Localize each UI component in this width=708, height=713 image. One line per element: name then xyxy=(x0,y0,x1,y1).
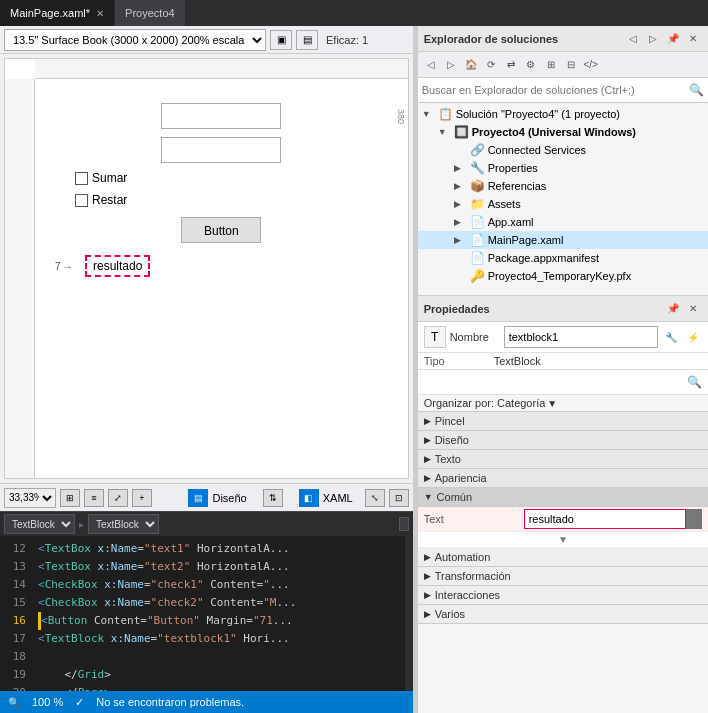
tree-proyecto4[interactable]: ▼ 🔲 Proyecto4 (Universal Windows) xyxy=(418,123,708,141)
arrow-right-icon: → xyxy=(63,261,73,272)
code-scrollbar[interactable] xyxy=(405,536,413,691)
solution-explorer-header: Explorador de soluciones ◁ ▷ 📌 ✕ xyxy=(418,26,708,52)
se-filter-btn[interactable]: ⚙ xyxy=(522,56,540,74)
prop-name-label: Nombre xyxy=(450,331,500,343)
arrow-swap-btn[interactable]: ⇅ xyxy=(263,489,283,507)
transformacion-arrow-icon: ▶ xyxy=(424,571,431,581)
code-selector-1[interactable]: TextBlock xyxy=(4,514,75,534)
properties-icon: 🔧 xyxy=(470,161,486,175)
code-expand-btn[interactable]: ⤡ xyxy=(365,489,385,507)
grid-view-btn[interactable]: ⊞ xyxy=(60,489,80,507)
fit-btn[interactable]: ⤢ xyxy=(108,489,128,507)
se-tool-btn-1[interactable]: ◁ xyxy=(624,30,642,48)
line-numbers: 12 13 14 15 16 17 18 19 20 21 xyxy=(0,536,30,691)
tree-assets[interactable]: ▶ 📁 Assets xyxy=(418,195,708,213)
prop-close-btn[interactable]: ✕ xyxy=(684,300,702,318)
checkbox-sumar[interactable] xyxy=(75,172,88,185)
line-num-15: 15 xyxy=(0,594,26,612)
se-tool-btn-2[interactable]: ▷ xyxy=(644,30,662,48)
line-num-20: 20 xyxy=(0,684,26,691)
design-btn[interactable]: ▤ xyxy=(188,489,208,507)
se-refresh-btn[interactable]: ⟳ xyxy=(482,56,500,74)
se-sync-btn[interactable]: ⇄ xyxy=(502,56,520,74)
tree-referencias[interactable]: ▶ 📦 Referencias xyxy=(418,177,708,195)
diseno-arrow-icon: ▶ xyxy=(424,435,431,445)
expand-ref-icon: ▶ xyxy=(454,181,470,191)
se-toolbar: ◁ ▷ 🏠 ⟳ ⇄ ⚙ ⊞ ⊟ </> xyxy=(418,52,708,78)
se-tool-pin[interactable]: 📌 xyxy=(664,30,682,48)
tab-mainpage[interactable]: MainPage.xaml* ✕ xyxy=(0,0,115,26)
tab-mainpage-close[interactable]: ✕ xyxy=(96,8,104,19)
app-xaml-label: App.xaml xyxy=(488,216,534,228)
tree-mainpage-xaml[interactable]: ▶ 📄 MainPage.xaml xyxy=(418,231,708,249)
se-code-btn[interactable]: </> xyxy=(582,56,600,74)
assets-icon: 📁 xyxy=(470,197,486,211)
prop-text-menu-btn[interactable] xyxy=(686,509,702,529)
view-btn-1[interactable]: ▣ xyxy=(270,30,292,50)
prop-section-comun[interactable]: ▼ Común xyxy=(418,488,708,507)
tree-solution[interactable]: ▼ 📋 Solución "Proyecto4" (1 proyecto) xyxy=(418,105,708,123)
temp-key-label: Proyecto4_TemporaryKey.pfx xyxy=(488,270,631,282)
prop-search-input[interactable] xyxy=(424,372,687,392)
tree-temp-key[interactable]: 🔑 Proyecto4_TemporaryKey.pfx xyxy=(418,267,708,285)
prop-section-diseno[interactable]: ▶ Diseño xyxy=(418,431,708,450)
varios-label: Varios xyxy=(435,608,465,620)
view-btn-2[interactable]: ▤ xyxy=(296,30,318,50)
code-panel: TextBlock ▸ TextBlock 12 13 14 15 16 17 … xyxy=(0,511,413,691)
se-expand-all-btn[interactable]: ⊞ xyxy=(542,56,560,74)
code-scroll-right[interactable] xyxy=(399,517,409,531)
textblock-selected[interactable]: resultado xyxy=(85,255,150,277)
prop-name-input[interactable] xyxy=(504,326,658,348)
prop-text-input[interactable] xyxy=(524,509,686,529)
prop-wrench-btn[interactable]: 🔧 xyxy=(662,328,680,346)
connected-services-label: Connected Services xyxy=(488,144,586,156)
se-back-btn[interactable]: ◁ xyxy=(422,56,440,74)
se-home-btn[interactable]: 🏠 xyxy=(462,56,480,74)
prop-section-transformacion[interactable]: ▶ Transformación xyxy=(418,567,708,586)
prop-section-automation[interactable]: ▶ Automation xyxy=(418,548,708,567)
textbox-1[interactable] xyxy=(161,103,281,129)
se-search-input[interactable] xyxy=(422,80,689,100)
se-tool-close[interactable]: ✕ xyxy=(684,30,702,48)
tree-app-xaml[interactable]: ▶ 📄 App.xaml xyxy=(418,213,708,231)
referencias-label: Referencias xyxy=(488,180,547,192)
prop-section-texto[interactable]: ▶ Texto xyxy=(418,450,708,469)
properties-label: Properties xyxy=(488,162,538,174)
checkbox-restar[interactable] xyxy=(75,194,88,207)
tree-properties[interactable]: ▶ 🔧 Properties xyxy=(418,159,708,177)
prop-expand-icon[interactable]: ▼ xyxy=(558,534,568,545)
prop-section-varios[interactable]: ▶ Varios xyxy=(418,605,708,624)
prop-section-apariencia[interactable]: ▶ Apariencia xyxy=(418,469,708,488)
view-toggle: ▤ Diseño ⇅ ◧ XAML ⤡ ⊡ xyxy=(188,489,408,507)
canvas-content: 380 Sumar Restar Button xyxy=(35,79,408,478)
status-message: No se encontraron problemas. xyxy=(96,696,244,708)
checkbox-sumar-label: Sumar xyxy=(92,171,127,185)
apariencia-label: Apariencia xyxy=(435,472,487,484)
list-view-btn[interactable]: ≡ xyxy=(84,489,104,507)
tree-package[interactable]: 📄 Package.appxmanifest xyxy=(418,249,708,267)
xaml-view-btn[interactable]: ◧ xyxy=(299,489,319,507)
code-scroll-btn[interactable]: ⊡ xyxy=(389,489,409,507)
status-check-icon: ✓ xyxy=(75,696,84,709)
prop-pin-btn[interactable]: 📌 xyxy=(664,300,682,318)
textblock-text: resultado xyxy=(93,259,142,273)
se-collapse-btn[interactable]: ⊟ xyxy=(562,56,580,74)
main-layout: 13.5" Surface Book (3000 x 2000) 200% es… xyxy=(0,26,708,713)
proyecto4-label: Proyecto4 (Universal Windows) xyxy=(472,126,636,138)
zoom-in-btn[interactable]: + xyxy=(132,489,152,507)
zoom-select[interactable]: 33,33% xyxy=(4,488,56,508)
se-fwd-btn[interactable]: ▷ xyxy=(442,56,460,74)
design-canvas[interactable]: 380 Sumar Restar Button xyxy=(4,58,409,479)
textbox-2[interactable] xyxy=(161,137,281,163)
tree-connected-services[interactable]: 🔗 Connected Services xyxy=(418,141,708,159)
prop-lightning-btn[interactable]: ⚡ xyxy=(684,328,702,346)
code-selector-2[interactable]: TextBlock xyxy=(88,514,159,534)
prop-section-interacciones[interactable]: ▶ Interacciones xyxy=(418,586,708,605)
tab-proyecto4[interactable]: Proyecto4 xyxy=(115,0,186,26)
code-editor[interactable]: 12 13 14 15 16 17 18 19 20 21 <TextBox x… xyxy=(0,536,413,691)
ui-button[interactable]: Button xyxy=(181,217,261,243)
interacciones-label: Interacciones xyxy=(435,589,500,601)
device-select[interactable]: 13.5" Surface Book (3000 x 2000) 200% es… xyxy=(4,29,266,51)
dim-indicator: 380 xyxy=(396,109,406,124)
prop-section-pincel[interactable]: ▶ Pincel xyxy=(418,412,708,431)
